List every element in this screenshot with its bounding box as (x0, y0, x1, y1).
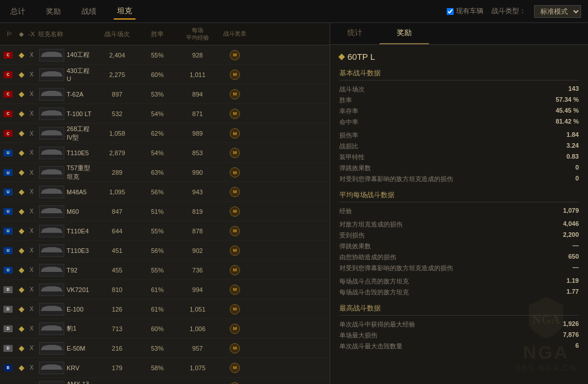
td-diamond (16, 110, 26, 117)
td-tier: X (26, 170, 37, 176)
td-avg-exp: 1,011 (175, 71, 220, 78)
td-mastery: M (220, 89, 249, 99)
td-mastery: M (220, 382, 249, 385)
td-diamond (16, 364, 26, 371)
td-win-rate: 54% (140, 149, 175, 156)
stat-label: 对敌方坦克造成的损伤 (339, 220, 403, 229)
stat-row: 由您协助造成的损伤 650 (339, 252, 579, 263)
th-diamond: ◆ (16, 30, 26, 38)
stat-row: 弹跳效果数 0 (339, 163, 579, 174)
table-row[interactable]: U X T110E4 644 55% 878 M (0, 221, 330, 241)
table-row[interactable]: D X E-100 126 61% 1,051 M (0, 299, 330, 319)
avg-stats-group: 经验 1,079 对敌方坦克造成的损伤 4,046 受到损伤 2,200 弹跳效… (339, 206, 579, 298)
stat-value: 1.19 (567, 277, 579, 286)
td-nation-icon: С (2, 52, 16, 59)
best-stats-group: 单次战斗中获得的最大经验 1,926 单场最大损伤 7,876 单次战斗最大击毁… (339, 319, 579, 352)
td-win-rate: 55% (140, 52, 175, 59)
td-avg-exp: 989 (175, 130, 220, 137)
td-battles: 2,275 (94, 71, 140, 78)
stat-label: 受到损伤 (339, 231, 365, 240)
td-nation-icon: D (2, 306, 16, 313)
stat-value: 650 (568, 253, 579, 262)
table-row[interactable]: B X KRV 179 58% 1,075 M (0, 358, 330, 378)
stats-content: 60TP L 基本战斗数据 战斗场次 143 胜率 57.34 % 幸存率 45… (330, 45, 588, 384)
td-nation-icon: U (2, 247, 16, 254)
tab-awards[interactable]: 奖励 (380, 23, 429, 44)
table-row[interactable]: U X T92 455 55% 736 M (0, 260, 330, 280)
td-tier: X (26, 189, 37, 195)
table-row[interactable]: U X T110E3 451 56% 902 M (0, 241, 330, 260)
td-mastery: M (220, 285, 249, 295)
td-tank-name: T-100 LT (37, 107, 94, 120)
nav-item-battles[interactable]: 战绩 (78, 4, 100, 19)
td-avg-exp: 1,075 (175, 364, 220, 371)
td-tier: X (26, 208, 37, 214)
td-mastery: M (220, 148, 249, 158)
th-nation: 🏳 (2, 30, 16, 37)
table-row[interactable]: U X T110E5 2,879 54% 853 M (0, 143, 330, 163)
stat-value: 4,046 (563, 220, 579, 229)
table-row[interactable]: U X T57重型坦克 289 63% 990 M (0, 163, 330, 182)
table-row[interactable]: F X AMX 13 105 270 54% 884 M (0, 378, 330, 384)
existing-vehicles-checkbox[interactable] (447, 8, 454, 15)
td-win-rate: 60% (140, 325, 175, 332)
table-row[interactable]: U X M48A5 1,095 56% 943 M (0, 182, 330, 202)
table-row[interactable]: D X 豹1 713 60% 1,006 M (0, 319, 330, 339)
td-battles: 713 (94, 325, 140, 332)
table-row[interactable]: С X T-62A 897 53% 894 M (0, 85, 330, 104)
stat-row: 胜率 57.34 % (339, 95, 579, 106)
stat-value: 143 (568, 85, 579, 94)
stat-row: 单场最大损伤 7,876 (339, 330, 579, 341)
selected-tank-title: 60TP L (339, 52, 579, 62)
td-avg-exp: 957 (175, 345, 220, 352)
td-tier: X (26, 325, 37, 332)
battle-type-select[interactable]: 标准模式 (534, 5, 581, 18)
stat-value: 1,926 (563, 320, 579, 329)
table-row[interactable]: D X E-50M 216 53% 957 M (0, 339, 330, 358)
td-nation-icon: U (2, 189, 16, 195)
existing-vehicles-filter[interactable]: 现有车辆 (447, 6, 483, 16)
td-avg-exp: 990 (175, 169, 220, 176)
nav-item-summary[interactable]: 总计 (7, 4, 29, 19)
stat-row: 战损比 3.24 (339, 141, 579, 152)
table-row[interactable]: С X 430工程U 2,275 60% 1,011 M (0, 65, 330, 85)
td-win-rate: 53% (140, 345, 175, 352)
td-tier: X (26, 91, 37, 97)
tank-table-body[interactable]: С X 140工程 2,404 55% 928 M С X 430 (0, 45, 330, 384)
td-tier: X (26, 286, 37, 293)
nav-item-tanks[interactable]: 坦克 (114, 3, 136, 20)
td-tank-name: E-100 (37, 303, 94, 316)
stat-row: 装甲特性 0.83 (339, 152, 579, 163)
stat-label: 战斗场次 (339, 85, 365, 94)
stat-label: 每场战斗击毁的敌方坦克 (339, 288, 409, 297)
stats-panel: 统计 奖励 60TP L 基本战斗数据 战斗场次 143 胜率 57.34 % … (330, 23, 588, 384)
nav-item-awards[interactable]: 奖励 (42, 4, 64, 19)
td-avg-exp: 1,051 (175, 306, 220, 313)
td-nation-icon: B (2, 364, 16, 371)
td-nation-icon: D (2, 345, 16, 352)
table-row[interactable]: D X VK7201 810 61% 994 M (0, 280, 330, 299)
stat-value: 1.77 (567, 288, 579, 297)
stat-label: 战损比 (339, 142, 358, 151)
td-mastery: M (220, 128, 249, 139)
stat-row: 经验 1,079 (339, 206, 579, 217)
td-win-rate: 60% (140, 71, 175, 78)
td-nation-icon: С (2, 91, 16, 98)
table-row[interactable]: С X 268工程IV型 1,058 62% 989 M (0, 124, 330, 143)
tab-statistics[interactable]: 统计 (330, 23, 380, 44)
th-tank-name: 坦克名称 (37, 30, 94, 39)
td-tier: X (26, 247, 37, 254)
stat-row: 每场战斗击毁的敌方坦克 1.77 (339, 287, 579, 298)
td-diamond (16, 345, 26, 352)
section-avg-title: 平均每场战斗数据 (339, 190, 579, 202)
table-row[interactable]: U X M60 847 51% 819 M (0, 202, 330, 221)
table-row[interactable]: С X T-100 LT 532 54% 871 M (0, 104, 330, 124)
stat-value: 0 (575, 175, 579, 183)
td-battles: 179 (94, 364, 140, 371)
td-tier: X (26, 345, 37, 351)
td-mastery: M (220, 226, 249, 236)
td-avg-exp: 994 (175, 286, 220, 293)
th-mastery: 战斗奖章 (220, 30, 249, 38)
td-win-rate: 54% (140, 110, 175, 117)
table-row[interactable]: С X 140工程 2,404 55% 928 M (0, 45, 330, 65)
